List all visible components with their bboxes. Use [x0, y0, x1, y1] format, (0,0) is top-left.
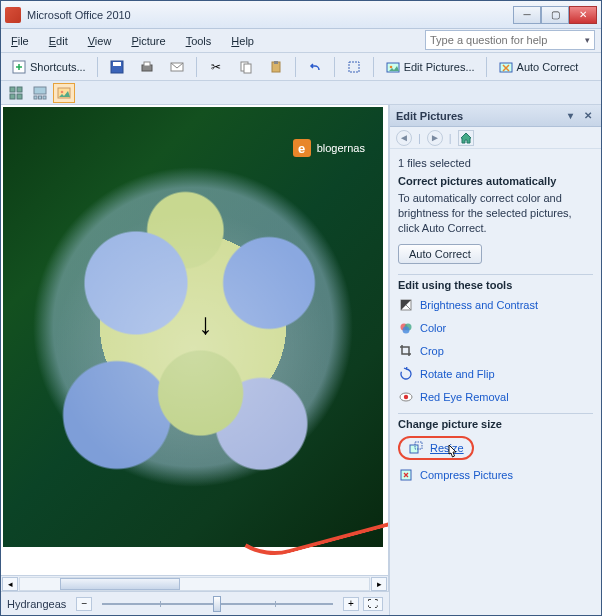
help-dropdown-icon[interactable]: ▾ [581, 35, 590, 45]
svg-rect-9 [274, 61, 278, 64]
copy-button[interactable] [232, 56, 260, 78]
menu-file[interactable]: File [7, 33, 33, 49]
svg-rect-4 [144, 62, 150, 66]
zoom-in-button[interactable]: + [343, 597, 359, 611]
toolbar: Shortcuts... ✂ Edit Pictures... Auto Cor… [1, 53, 601, 81]
help-search-input[interactable] [430, 34, 581, 46]
panel-title: Edit Pictures [396, 110, 463, 122]
tool-color[interactable]: Color [398, 318, 593, 338]
rotate-icon [398, 366, 414, 382]
shortcuts-icon [11, 59, 27, 75]
svg-point-23 [61, 90, 64, 93]
auto-correct-panel-button[interactable]: Auto Correct [398, 244, 482, 264]
view-single-button[interactable] [53, 83, 75, 103]
watermark-text: blogernas [317, 142, 365, 154]
app-window: Microsoft Office 2010 ─ ▢ ✕ File Edit Vi… [0, 0, 602, 616]
crop-icon [398, 343, 414, 359]
shortcuts-label: Shortcuts... [30, 61, 86, 73]
svg-rect-15 [17, 87, 22, 92]
undo-button[interactable] [301, 56, 329, 78]
svg-rect-17 [17, 94, 22, 99]
tool-brightness-link[interactable]: Brightness and Contrast [420, 299, 538, 311]
select-button[interactable] [340, 56, 368, 78]
tool-crop-link[interactable]: Crop [420, 345, 444, 357]
help-search-box[interactable]: ▾ [425, 30, 595, 50]
cut-icon: ✂ [208, 59, 224, 75]
minimize-button[interactable]: ─ [513, 6, 541, 24]
scroll-left-button[interactable]: ◂ [2, 577, 18, 591]
copy-icon [238, 59, 254, 75]
menu-help[interactable]: Help [227, 33, 258, 49]
correct-heading: Correct pictures automatically [398, 175, 593, 187]
scroll-right-button[interactable]: ▸ [371, 577, 387, 591]
panel-menu-icon[interactable]: ▾ [563, 109, 577, 123]
close-button[interactable]: ✕ [569, 6, 597, 24]
svg-rect-2 [113, 62, 121, 66]
mail-button[interactable] [163, 56, 191, 78]
tool-redeye[interactable]: Red Eye Removal [398, 387, 593, 407]
tool-redeye-link[interactable]: Red Eye Removal [420, 391, 509, 403]
paste-icon [268, 59, 284, 75]
canvas-area: e blogernas ↓ ◂ ▸ Hydrangeas − [1, 105, 389, 615]
svg-point-29 [404, 394, 408, 398]
auto-correct-label: Auto Correct [517, 61, 579, 73]
menu-view[interactable]: View [84, 33, 116, 49]
print-button[interactable] [133, 56, 161, 78]
panel-nav: ◄ | ► | [390, 127, 601, 149]
menu-edit[interactable]: Edit [45, 33, 72, 49]
shortcuts-button[interactable]: Shortcuts... [5, 56, 92, 78]
zoom-thumb[interactable] [213, 596, 221, 612]
view-thumbnails-button[interactable] [5, 83, 27, 103]
tool-rotate[interactable]: Rotate and Flip [398, 364, 593, 384]
undo-icon [307, 59, 323, 75]
save-button[interactable] [103, 56, 131, 78]
menu-picture[interactable]: Picture [127, 33, 169, 49]
zoom-track[interactable] [102, 603, 333, 605]
select-icon [346, 59, 362, 75]
tool-compress[interactable]: Compress Pictures [398, 465, 593, 485]
tool-rotate-link[interactable]: Rotate and Flip [420, 368, 495, 380]
zoom-out-button[interactable]: − [76, 597, 92, 611]
zoom-fit-button[interactable]: ⛶ [363, 597, 383, 611]
panel-body: 1 files selected Correct pictures automa… [390, 149, 601, 615]
tools-heading: Edit using these tools [398, 274, 593, 291]
compress-link[interactable]: Compress Pictures [420, 469, 513, 481]
tool-crop[interactable]: Crop [398, 341, 593, 361]
annotation-arrow-down: ↓ [198, 307, 213, 341]
menu-tools[interactable]: Tools [182, 33, 216, 49]
nav-home-icon[interactable] [458, 130, 474, 146]
scroll-thumb[interactable] [60, 578, 180, 590]
panel-header: Edit Pictures ▾ ✕ [390, 105, 601, 127]
tool-brightness[interactable]: Brightness and Contrast [398, 295, 593, 315]
nav-back-icon[interactable]: ◄ [396, 130, 412, 146]
svg-rect-10 [349, 62, 359, 72]
resize-icon [408, 440, 424, 456]
edit-pictures-label: Edit Pictures... [404, 61, 475, 73]
svg-rect-30 [410, 445, 418, 453]
horizontal-scrollbar[interactable]: ◂ ▸ [1, 575, 389, 591]
selected-count: 1 files selected [398, 157, 593, 169]
auto-correct-button[interactable]: Auto Correct [492, 56, 585, 78]
edit-pictures-button[interactable]: Edit Pictures... [379, 56, 481, 78]
maximize-button[interactable]: ▢ [541, 6, 569, 24]
tool-resize[interactable]: Resize [398, 434, 593, 462]
svg-point-12 [389, 65, 392, 68]
redeye-icon [398, 389, 414, 405]
svg-rect-20 [39, 96, 42, 99]
mail-icon [169, 59, 185, 75]
scroll-track[interactable] [19, 577, 370, 591]
watermark-icon: e [293, 139, 311, 157]
panel-close-icon[interactable]: ✕ [581, 109, 595, 123]
nav-forward-icon[interactable]: ► [427, 130, 443, 146]
resize-link[interactable]: Resize [430, 442, 464, 454]
window-title: Microsoft Office 2010 [27, 9, 513, 21]
cut-button[interactable]: ✂ [202, 56, 230, 78]
color-icon [398, 320, 414, 336]
tool-color-link[interactable]: Color [420, 322, 446, 334]
view-filmstrip-button[interactable] [29, 83, 51, 103]
paste-button[interactable] [262, 56, 290, 78]
resize-highlight: Resize [398, 436, 474, 460]
compress-icon [398, 467, 414, 483]
zoom-slider[interactable]: − + ⛶ [76, 592, 383, 616]
image-viewport[interactable]: e blogernas ↓ [1, 105, 389, 575]
